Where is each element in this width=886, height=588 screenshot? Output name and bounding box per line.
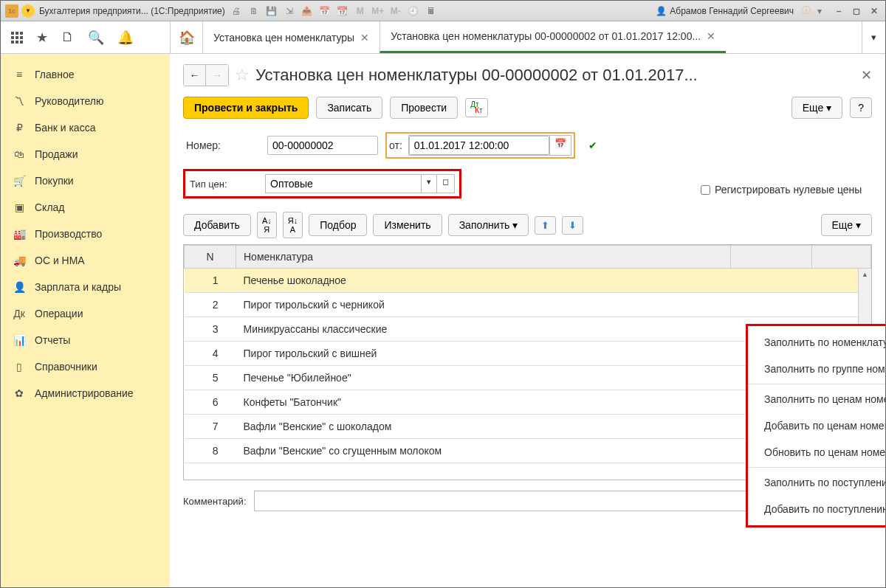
tab-price-setting-list[interactable]: Установка цен номенклатуры ✕	[202, 21, 380, 53]
sidebar-item-reports[interactable]: 📊Отчеты	[1, 327, 170, 353]
sidebar-item-sales[interactable]: 🛍Продажи	[1, 141, 170, 167]
home-button[interactable]: 🏠	[170, 21, 202, 53]
tabs-overflow-button[interactable]: ▾	[862, 21, 885, 53]
calendar-icon[interactable]: 📅	[318, 4, 332, 18]
price-type-open-icon[interactable]: ◻	[436, 175, 454, 193]
register-zero-checkbox[interactable]	[701, 185, 710, 195]
cell-name: Конфеты "Батончик"	[236, 390, 731, 415]
table-more-button[interactable]: Еще ▾	[821, 214, 873, 236]
sidebar-item-salary[interactable]: 👤Зарплата и кадры	[1, 274, 170, 300]
cell-n: 2	[185, 293, 236, 317]
price-type-dropdown-icon[interactable]: ▾	[421, 175, 436, 193]
col-header-n[interactable]: N	[185, 246, 236, 269]
sidebar-item-main[interactable]: ≡Главное	[1, 61, 170, 88]
nav-forward-button[interactable]: →	[206, 65, 228, 86]
calc-icon[interactable]: 🖩	[425, 4, 438, 18]
tab-close-icon[interactable]: ✕	[707, 30, 715, 42]
fill-menu-item[interactable]: Добавить по поступлению	[748, 496, 885, 522]
cell-name: Печенье "Юбилейное"	[236, 366, 731, 390]
sidebar-item-assets[interactable]: 🚚ОС и НМА	[1, 247, 170, 274]
close-document-button[interactable]: ✕	[861, 67, 872, 83]
tab-label: Установка цен номенклатуры	[213, 32, 354, 44]
move-down-button[interactable]: ⬇	[562, 216, 583, 235]
sidebar-item-warehouse[interactable]: ▣Склад	[1, 194, 170, 221]
window-maximize-button[interactable]: ◻	[850, 4, 863, 18]
apps-grid-icon[interactable]	[11, 32, 23, 44]
print-icon[interactable]: 🖨	[230, 4, 243, 18]
mail-icon[interactable]: 📤	[301, 4, 314, 18]
m-plus-icon[interactable]: M+	[371, 4, 385, 18]
select-button[interactable]: Подбор	[309, 214, 367, 236]
notifications-icon[interactable]: 🔔	[117, 30, 134, 46]
compare-icon[interactable]: ⇲	[283, 4, 296, 18]
approve-icon[interactable]: ✔	[588, 139, 597, 151]
fill-menu-item[interactable]: Обновить по ценам номенклатуры	[748, 439, 885, 466]
add-row-button[interactable]: Добавить	[183, 214, 251, 236]
tab-close-icon[interactable]: ✕	[360, 32, 369, 44]
help-button[interactable]: ?	[850, 97, 872, 118]
sidebar-item-admin[interactable]: ✿Администрирование	[1, 380, 170, 407]
titlebar-dropdown-icon[interactable]: ▼	[21, 4, 35, 18]
favorites-icon[interactable]: ★	[36, 30, 48, 46]
nav-back-button[interactable]: ←	[184, 65, 206, 86]
cell-name: Вафли "Венские" со сгущенным молоком	[236, 439, 731, 463]
number-input[interactable]	[267, 136, 378, 155]
app-logo-icon: 1c	[5, 4, 18, 18]
sidebar-item-catalogs[interactable]: ▯Справочники	[1, 353, 170, 380]
info-dropdown-icon[interactable]: ▾	[813, 4, 826, 18]
col-header-name[interactable]: Номенклатура	[236, 246, 731, 269]
clipboard-icon[interactable]: 🗋	[61, 30, 75, 45]
cell-n: 4	[185, 342, 236, 366]
fill-menu-item[interactable]: Заполнить по ценам номенклатуры	[748, 386, 885, 412]
sidebar-label: Склад	[35, 201, 65, 213]
sidebar-item-bank[interactable]: ₽Банк и касса	[1, 114, 170, 141]
window-close-button[interactable]: ✕	[868, 4, 881, 18]
cell-n: 6	[185, 390, 236, 415]
user-badge[interactable]: 👤 Абрамов Геннадий Сергеевич	[656, 6, 794, 16]
save-icon[interactable]: 💾	[265, 4, 278, 18]
table-row[interactable]: 1Печенье шоколадное	[185, 269, 871, 293]
col-header-price[interactable]	[731, 246, 812, 269]
dtkt-button[interactable]: ДтКт	[465, 98, 487, 117]
sidebar-label: Справочники	[35, 361, 97, 373]
date-input[interactable]	[409, 136, 549, 155]
write-button[interactable]: Записать	[316, 97, 382, 119]
more-actions-button[interactable]: Еще▾	[791, 97, 843, 119]
sidebar-item-manager[interactable]: 〽Руководителю	[1, 88, 170, 114]
print-preview-icon[interactable]: 🗎	[247, 4, 261, 18]
fill-menu-item[interactable]: Добавить по ценам номенклатуры	[748, 412, 885, 439]
favorite-star-icon[interactable]: ☆	[235, 66, 250, 85]
cell-n: 3	[185, 317, 236, 342]
info-icon[interactable]: ⓘ	[800, 4, 813, 18]
scroll-up-icon[interactable]: ▲	[859, 269, 871, 280]
clock-icon[interactable]: 🕘	[407, 4, 420, 18]
col-header-currency[interactable]	[812, 246, 871, 269]
sidebar-item-operations[interactable]: ДкОперации	[1, 300, 170, 327]
date-label: от:	[389, 139, 402, 151]
m-icon[interactable]: M	[354, 4, 367, 18]
fill-menu-item[interactable]: Заполнить по группе номенклатуры	[748, 356, 885, 382]
fill-button[interactable]: Заполнить ▾	[448, 214, 529, 236]
tab-price-setting-doc[interactable]: Установка цен номенклатуры 00-00000002 о…	[380, 21, 726, 53]
calendar31-icon[interactable]: 📆	[336, 4, 349, 18]
window-minimize-button[interactable]: –	[832, 4, 845, 18]
post-button[interactable]: Провести	[390, 97, 458, 119]
m-minus-icon[interactable]: M-	[389, 4, 402, 18]
post-and-close-button[interactable]: Провести и закрыть	[183, 97, 309, 119]
calendar-picker-icon[interactable]: 📅	[549, 136, 571, 155]
sort-desc-button[interactable]: Я↓А	[283, 212, 303, 238]
fill-menu-item[interactable]: Заполнить по поступлению	[748, 469, 885, 496]
cell-n: 8	[185, 439, 236, 463]
table-row[interactable]: 2Пирог тирольский с черникой	[185, 293, 871, 317]
fill-dropdown-menu: Заполнить по номенклатуреЗаполнить по гр…	[746, 324, 885, 528]
sidebar-label: Отчеты	[35, 334, 70, 346]
fill-menu-item[interactable]: Заполнить по номенклатуре	[748, 329, 885, 356]
sidebar-item-purchases[interactable]: 🛒Покупки	[1, 167, 170, 194]
window-title: Бухгалтерия предприяти... (1С:Предприяти…	[39, 6, 225, 16]
move-up-button[interactable]: ⬆	[535, 216, 556, 235]
sort-asc-button[interactable]: А↓Я	[257, 212, 277, 238]
change-button[interactable]: Изменить	[373, 214, 442, 236]
price-type-input[interactable]	[266, 175, 421, 193]
search-icon[interactable]: 🔍	[88, 30, 104, 46]
sidebar-item-production[interactable]: 🏭Производство	[1, 221, 170, 247]
